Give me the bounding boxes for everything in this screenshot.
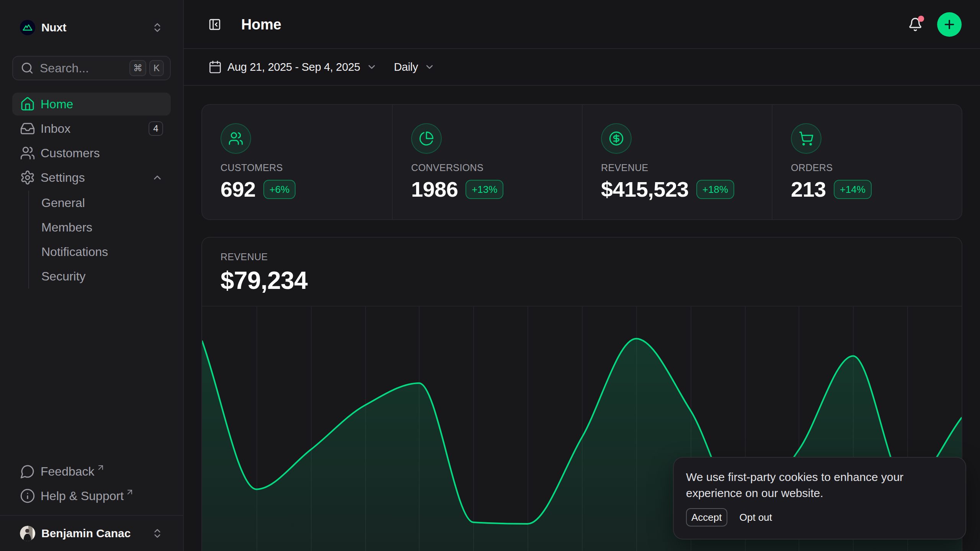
team-name: Nuxt bbox=[41, 21, 66, 34]
stats-grid: CUSTOMERS 692 +6% CONVERSIONS 1986 +13% bbox=[202, 105, 962, 219]
search-icon bbox=[21, 62, 34, 75]
stat-change-badge: +6% bbox=[263, 180, 296, 199]
toast-message: We use first-party cookies to enhance yo… bbox=[686, 469, 933, 501]
opt-out-button[interactable]: Opt out bbox=[733, 508, 778, 527]
date-range-label: Aug 21, 2025 - Sep 4, 2025 bbox=[227, 61, 360, 73]
help-support-link[interactable]: Help & Support bbox=[12, 484, 171, 507]
sidebar-item-settings[interactable]: Settings bbox=[12, 166, 171, 189]
users-icon bbox=[20, 145, 35, 161]
chevrons-up-down-icon bbox=[152, 528, 163, 539]
sidebar: Nuxt ⌘ K Ho bbox=[0, 0, 184, 551]
sidebar-item-members[interactable]: Members bbox=[29, 215, 171, 240]
chevrons-up-down-icon bbox=[152, 22, 163, 33]
dollar-circle-icon bbox=[601, 123, 632, 154]
chevron-down-icon bbox=[424, 62, 435, 72]
nuxt-logo-icon bbox=[20, 20, 35, 35]
team-switcher[interactable]: Nuxt bbox=[12, 12, 171, 43]
user-menu[interactable]: Benjamin Canac bbox=[12, 526, 171, 541]
stat-card-customers[interactable]: CUSTOMERS 692 +6% bbox=[202, 105, 392, 219]
stat-card-orders[interactable]: ORDERS 213 +14% bbox=[772, 105, 962, 219]
sidebar-item-label: Customers bbox=[41, 146, 100, 160]
shopping-cart-icon bbox=[791, 123, 822, 154]
sidebar-item-notifications[interactable]: Notifications bbox=[29, 240, 171, 264]
sidebar-item-general[interactable]: General bbox=[29, 191, 171, 215]
sidebar-item-customers[interactable]: Customers bbox=[12, 142, 171, 165]
period-select[interactable]: Daily bbox=[388, 55, 441, 79]
sidebar-footer-links: Feedback Help & Support bbox=[0, 460, 183, 509]
message-circle-icon bbox=[20, 464, 35, 479]
search-input-box[interactable]: ⌘ K bbox=[12, 56, 171, 80]
add-button[interactable] bbox=[937, 12, 962, 37]
search-shortcut: ⌘ K bbox=[129, 60, 164, 76]
sidebar-item-label: Settings bbox=[41, 171, 85, 185]
kbd-cmd: ⌘ bbox=[129, 60, 146, 76]
inbox-icon bbox=[20, 121, 35, 136]
pie-chart-icon bbox=[411, 123, 442, 154]
sidebar-user-section: Benjamin Canac bbox=[0, 515, 183, 551]
stat-label: ORDERS bbox=[791, 162, 943, 173]
stat-change-badge: +14% bbox=[834, 180, 872, 199]
accept-button[interactable]: Accept bbox=[686, 508, 727, 527]
period-label: Daily bbox=[394, 61, 418, 73]
users-icon bbox=[220, 123, 251, 154]
sidebar-item-security[interactable]: Security bbox=[29, 264, 171, 289]
chevron-down-icon bbox=[366, 62, 377, 72]
house-icon bbox=[20, 96, 35, 112]
app-root: Nuxt ⌘ K Ho bbox=[0, 0, 980, 551]
stat-label: CUSTOMERS bbox=[220, 162, 374, 173]
inbox-count-badge: 4 bbox=[149, 121, 163, 136]
sidebar-item-label: Inbox bbox=[41, 122, 70, 136]
chart-label: REVENUE bbox=[202, 238, 962, 264]
sidebar-collapse-icon[interactable] bbox=[208, 18, 221, 31]
notifications-button[interactable] bbox=[908, 17, 923, 32]
stat-value: 213 bbox=[791, 178, 826, 201]
stat-label: CONVERSIONS bbox=[411, 162, 564, 173]
sidebar-item-inbox[interactable]: Inbox 4 bbox=[12, 117, 171, 140]
stat-value: 1986 bbox=[411, 178, 458, 201]
stat-change-badge: +18% bbox=[696, 180, 734, 199]
notification-dot bbox=[918, 16, 924, 22]
info-icon bbox=[20, 488, 35, 504]
stat-label: REVENUE bbox=[601, 162, 753, 173]
stat-card-revenue[interactable]: REVENUE $415,523 +18% bbox=[582, 105, 772, 219]
feedback-label: Feedback bbox=[41, 465, 95, 479]
stat-card-conversions[interactable]: CONVERSIONS 1986 +13% bbox=[392, 105, 582, 219]
plus-icon bbox=[942, 18, 956, 31]
stat-change-badge: +13% bbox=[466, 180, 503, 199]
search-input[interactable] bbox=[40, 61, 129, 75]
sidebar-item-label: Home bbox=[41, 97, 73, 111]
gear-icon bbox=[20, 170, 35, 185]
stat-value: 692 bbox=[220, 178, 256, 201]
avatar bbox=[20, 526, 35, 541]
chevron-up-icon bbox=[152, 172, 163, 183]
sidebar-item-home[interactable]: Home bbox=[12, 93, 171, 116]
chart-total: $79,234 bbox=[202, 264, 962, 295]
user-name: Benjamin Canac bbox=[41, 527, 131, 540]
cookie-consent-toast: We use first-party cookies to enhance yo… bbox=[674, 458, 965, 539]
calendar-icon bbox=[208, 60, 222, 74]
page-title: Home bbox=[241, 16, 281, 33]
feedback-link[interactable]: Feedback bbox=[12, 460, 171, 483]
kbd-k: K bbox=[149, 60, 164, 76]
toolbar: Aug 21, 2025 - Sep 4, 2025 Daily bbox=[184, 49, 980, 86]
help-support-label: Help & Support bbox=[41, 489, 124, 503]
external-link-icon bbox=[96, 463, 105, 472]
external-link-icon bbox=[125, 487, 134, 497]
settings-subnav: General Members Notifications Security bbox=[28, 191, 171, 289]
date-range-picker[interactable]: Aug 21, 2025 - Sep 4, 2025 bbox=[202, 55, 383, 79]
sidebar-nav: Home Inbox 4 Customers bbox=[12, 93, 171, 290]
stat-value: $415,523 bbox=[601, 178, 689, 201]
page-header: Home bbox=[184, 0, 980, 49]
